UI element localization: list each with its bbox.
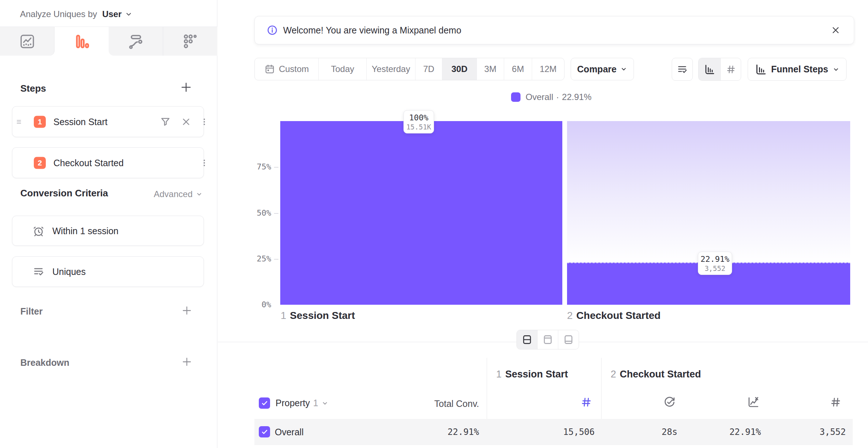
date-range-yesterday[interactable]: Yesterday [367, 58, 415, 80]
step-card-1[interactable]: 1 Session Start [12, 106, 204, 137]
group-number: 1 [496, 369, 502, 380]
y-axis-tick: 75% [251, 162, 271, 172]
dropoff-chart-icon[interactable] [747, 396, 760, 409]
total-conv-header[interactable]: Total Conv. [399, 399, 479, 409]
step-remove-button[interactable] [181, 116, 192, 127]
date-range-today[interactable]: Today [319, 58, 367, 80]
step-name: Checkout Started [576, 310, 661, 321]
avg-time-icon[interactable] [663, 396, 676, 409]
advanced-label: Advanced [154, 189, 193, 199]
funnel-bar-step-1[interactable] [280, 121, 562, 305]
tooltip-count: 15.51K [406, 123, 431, 131]
group-name: Session Start [505, 369, 568, 380]
funnel-dropoff-gradient [567, 121, 850, 263]
tab-flows[interactable] [109, 27, 163, 56]
bar-chart-icon [704, 64, 715, 75]
date-range-12m[interactable]: 12M [532, 58, 564, 80]
mixpanel-funnel-report: Analyze Uniques by User [0, 0, 868, 448]
filter-funnel-icon [160, 116, 171, 128]
value-mode-toggle [698, 58, 741, 81]
step-menu-button[interactable] [200, 117, 209, 127]
step-label[interactable]: Checkout Started [53, 157, 124, 168]
select-all-checkbox[interactable] [259, 397, 270, 409]
plus-icon [180, 81, 193, 94]
step-label[interactable]: Session Start [53, 116, 108, 127]
analyze-by-row: Analyze Uniques by User [20, 8, 133, 20]
axis-tick-mark [274, 259, 278, 260]
table-view-icon [563, 334, 574, 345]
layout-chart-view[interactable] [538, 330, 558, 349]
banner-close-button[interactable] [831, 25, 841, 35]
bar-tooltip-step-1: 100% 15.51K [403, 110, 434, 133]
advanced-dropdown[interactable]: Advanced [154, 189, 203, 199]
x-axis-label-step-2: 2 Checkout Started [567, 310, 660, 321]
group-number: 2 [611, 369, 616, 380]
axis-tick-mark [274, 167, 278, 168]
chevron-down-icon [125, 10, 133, 18]
uniques-metric-button[interactable] [672, 58, 693, 81]
plus-icon [181, 356, 193, 368]
analyze-by-dropdown[interactable]: User [102, 9, 132, 19]
welcome-banner: Welcome! You are viewing a Mixpanel demo [254, 16, 854, 44]
add-step-button[interactable] [180, 81, 193, 94]
date-range-7d[interactable]: 7D [415, 58, 442, 80]
date-range-30d[interactable]: 30D [442, 58, 477, 80]
step-number-badge: 1 [34, 116, 46, 128]
bar-tooltip-step-2: 22.91% 3,552 [698, 252, 732, 275]
calendar-icon [264, 64, 275, 75]
date-range-custom[interactable]: Custom [255, 58, 319, 80]
row-label: Overall [275, 427, 304, 437]
funnel-bar-step-2[interactable] [567, 121, 850, 305]
breakdown-section-title: Breakdown [20, 357, 69, 368]
chart-view-dropdown[interactable]: Funnel Steps [748, 58, 847, 81]
conversion-window-button[interactable]: Within 1 session [12, 216, 204, 246]
chart-legend[interactable]: Overall · 22.91% [511, 92, 591, 102]
table-row-overall[interactable]: Overall 22.91% 15,506 28s 22.91% 3,552 [254, 419, 853, 445]
step-number: 1 [281, 310, 286, 321]
axis-tick-mark [274, 213, 278, 214]
y-axis-tick: 25% [251, 254, 271, 264]
check-icon [261, 399, 269, 407]
chevron-down-icon [321, 400, 329, 407]
layout-split-view[interactable] [517, 330, 538, 349]
step-filter-button[interactable] [160, 116, 171, 128]
drag-handle-icon[interactable] [15, 118, 23, 125]
add-breakdown-button[interactable] [181, 356, 193, 368]
absolute-numbers-mode[interactable] [720, 58, 741, 80]
counting-method-button[interactable]: Uniques [12, 256, 204, 287]
grid-dots-icon [182, 33, 199, 50]
property-index: 1 [313, 398, 318, 408]
split-view-icon [522, 334, 533, 345]
chevron-down-icon [832, 66, 840, 73]
compare-button[interactable]: Compare [571, 58, 634, 80]
tab-insights[interactable] [0, 27, 55, 56]
flows-icon [128, 33, 144, 50]
count-metric-icon[interactable] [829, 396, 842, 408]
add-filter-button[interactable] [181, 305, 193, 316]
step-name: Session Start [290, 310, 355, 321]
insights-icon [19, 33, 36, 50]
legend-series-name: Overall [526, 92, 553, 102]
plus-icon [181, 305, 193, 316]
percent-bars-mode[interactable] [699, 58, 720, 80]
chevron-down-icon [620, 65, 627, 73]
date-range-6m[interactable]: 6M [504, 58, 532, 80]
row-checkbox[interactable] [259, 426, 270, 437]
count-metric-icon[interactable] [580, 396, 592, 408]
legend-separator: · [556, 92, 559, 102]
step-card-2[interactable]: 2 Checkout Started [12, 147, 204, 178]
conv-rate-value: 22.91% [712, 427, 778, 437]
property-dropdown[interactable]: Property 1 [276, 397, 329, 409]
step2-count-value: 3,552 [773, 427, 846, 437]
step-menu-button[interactable] [200, 158, 209, 168]
chevron-down-icon [196, 191, 203, 198]
tab-apps-grid[interactable] [163, 27, 217, 56]
layout-table-view[interactable] [558, 330, 579, 349]
tab-funnels[interactable] [55, 27, 109, 56]
hash-icon [726, 64, 736, 75]
total-conv-value: 22.91% [406, 427, 479, 437]
info-icon [266, 24, 278, 36]
y-axis-tick: 0% [251, 300, 271, 310]
date-range-3m[interactable]: 3M [477, 58, 504, 80]
tooltip-percent: 22.91% [700, 255, 729, 264]
